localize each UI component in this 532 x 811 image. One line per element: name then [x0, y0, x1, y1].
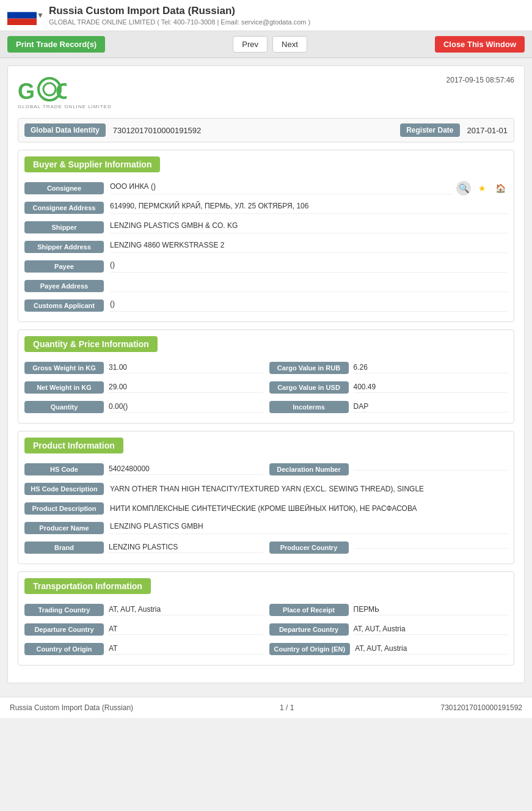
- shipper-label: Shipper: [24, 221, 104, 233]
- consignee-icons: 🔍 ★ 🏠: [456, 181, 508, 196]
- departure-country-en-value: AT, AUT, Austria: [354, 625, 508, 635]
- product-desc-value: НИТИ КОМПЛЕКСНЫЕ СИНТЕТИЧЕСКИЕ (КРОМЕ ШВ…: [110, 504, 508, 513]
- print-button[interactable]: Print Trade Record(s): [7, 36, 105, 53]
- transportation-section: Transportation Information Trading Count…: [18, 571, 514, 666]
- producer-name-row: Producer Name LENZING PLASTICS GMBH: [18, 518, 514, 538]
- declaration-number-label: Declaration Number: [269, 463, 349, 475]
- consignee-address-row: Consignee Address 614990, ПЕРМСКИЙ КРАЙ,…: [18, 198, 514, 218]
- quantity-label: Quantity: [24, 401, 104, 413]
- product-desc-row: Product Description НИТИ КОМПЛЕКСНЫЕ СИН…: [18, 499, 514, 518]
- country-of-origin-en-label: Country of Origin (EN): [269, 643, 351, 655]
- identity-row: Global Data Identity 7301201701000019159…: [18, 118, 514, 142]
- gross-weight-label: Gross Weight in KG: [24, 362, 104, 374]
- buyer-supplier-title: Buyer & Supplier Information: [24, 156, 160, 172]
- customs-applicant-label: Customs Applicant: [24, 299, 104, 312]
- gto-logo: G O GLOBAL TRADE ONLINE LIMITED: [18, 76, 112, 109]
- consignee-label: Consignee: [24, 182, 104, 194]
- next-button[interactable]: Next: [272, 36, 307, 53]
- shipper-address-row: Shipper Address LENZING 4860 WERKSTRASSE…: [18, 237, 514, 257]
- shipper-address-label: Shipper Address: [24, 241, 104, 253]
- page-footer: Russia Custom Import Data (Russian) 1 / …: [0, 697, 532, 718]
- consignee-address-value: 614990, ПЕРМСКИЙ КРАЙ, ПЕРМЬ, УЛ. 25 ОКТ…: [110, 202, 508, 214]
- brand-label: Brand: [24, 541, 104, 554]
- departure-country-en-label: Departure Country: [269, 623, 349, 636]
- svg-text:G: G: [18, 79, 35, 104]
- trading-country-label: Trading Country: [24, 604, 104, 616]
- country-of-origin-row: Country of Origin AT Country of Origin (…: [18, 639, 514, 659]
- quantity-price-title: Quantity & Price Information: [24, 336, 158, 352]
- logo-svg: G O: [18, 76, 67, 106]
- record-card: G O GLOBAL TRADE ONLINE LIMITED 2017-09-…: [7, 65, 525, 683]
- country-of-origin-value: AT: [109, 644, 263, 655]
- prev-button[interactable]: Prev: [233, 36, 268, 53]
- customs-applicant-value: (): [110, 299, 508, 312]
- payee-address-label: Payee Address: [24, 280, 104, 292]
- product-desc-label: Product Description: [24, 502, 104, 515]
- search-icon[interactable]: 🔍: [456, 181, 471, 196]
- shipper-value: LENZING PLASTICS GMBH & CO. KG: [110, 221, 508, 233]
- footer-left: Russia Custom Import Data (Russian): [10, 703, 133, 712]
- svg-rect-2: [7, 18, 37, 25]
- place-of-receipt-value: ПЕРМЬ: [354, 605, 508, 615]
- cargo-value-rub-label: Cargo Value in RUB: [269, 362, 349, 374]
- country-of-origin-label: Country of Origin: [24, 643, 104, 655]
- company-subtitle: GLOBAL TRADE ONLINE LIMITED ( Tel: 400-7…: [49, 18, 310, 26]
- hs-code-desc-label: HS Code Description: [24, 483, 104, 495]
- payee-address-row: Payee Address: [18, 276, 514, 296]
- customs-applicant-row: Customs Applicant (): [18, 296, 514, 315]
- svg-text:O: O: [56, 79, 67, 104]
- cargo-value-usd-label: Cargo Value in USD: [269, 381, 349, 394]
- trading-country-value: AT, AUT, Austria: [109, 605, 263, 615]
- producer-country-label: Producer Country: [269, 541, 349, 554]
- transportation-title: Transportation Information: [24, 578, 151, 594]
- app-header: ▼ Russia Custom Import Data (Russian) GL…: [0, 0, 532, 31]
- incoterms-value: DAP: [354, 402, 508, 413]
- product-info-title: Product Information: [24, 438, 123, 453]
- record-timestamp: 2017-09-15 08:57:46: [446, 76, 514, 84]
- quantity-value: 0.00(): [109, 402, 263, 413]
- brand-value: LENZING PLASTICS: [109, 543, 263, 553]
- trading-country-row: Trading Country AT, AUT, Austria Place o…: [18, 600, 514, 620]
- record-header: G O GLOBAL TRADE ONLINE LIMITED 2017-09-…: [18, 76, 514, 109]
- cargo-value-rub-value: 6.26: [354, 363, 508, 373]
- footer-right: 73012017010000191592: [441, 703, 522, 712]
- payee-address-value: [110, 280, 508, 292]
- country-flag: [7, 6, 37, 25]
- toolbar: Print Trade Record(s) Prev Next Close Th…: [0, 31, 532, 58]
- global-data-identity-label: Global Data Identity: [24, 123, 106, 137]
- footer-center: 1 / 1: [280, 703, 294, 712]
- net-weight-value: 29.00: [109, 383, 263, 393]
- consignee-address-label: Consignee Address: [24, 202, 104, 214]
- place-of-receipt-label: Place of Receipt: [269, 604, 349, 616]
- brand-row: Brand LENZING PLASTICS Producer Country: [18, 538, 514, 557]
- incoterms-label: Incoterms: [269, 401, 349, 413]
- svg-point-5: [43, 83, 56, 95]
- producer-name-value: LENZING PLASTICS GMBH: [110, 522, 508, 534]
- dropdown-button[interactable]: ▼: [37, 11, 44, 20]
- logo-subtitle: GLOBAL TRADE ONLINE LIMITED: [18, 104, 112, 109]
- departure-country-value: AT: [109, 625, 263, 635]
- payee-value: (): [110, 260, 508, 273]
- register-date-value: 2017-01-01: [467, 126, 508, 135]
- star-icon[interactable]: ★: [475, 181, 489, 196]
- net-weight-label: Net Weight in KG: [24, 381, 104, 394]
- main-content: G O GLOBAL TRADE ONLINE LIMITED 2017-09-…: [0, 58, 532, 697]
- close-button[interactable]: Close This Window: [435, 36, 525, 53]
- producer-name-label: Producer Name: [24, 522, 104, 534]
- shipper-address-value: LENZING 4860 WERKSTRASSE 2: [110, 241, 508, 253]
- cargo-value-usd-value: 400.49: [354, 383, 508, 393]
- consignee-row: Consignee ООО ИНКА () 🔍 ★ 🏠: [18, 178, 514, 198]
- departure-country-row: Departure Country AT Departure Country A…: [18, 620, 514, 639]
- declaration-number-value: [354, 469, 508, 471]
- payee-label: Payee: [24, 260, 104, 273]
- home-icon[interactable]: 🏠: [493, 181, 508, 196]
- hs-code-desc-value: YARN OTHER THAN HIGH TENACITY/TEXTURED Y…: [110, 485, 508, 493]
- country-of-origin-en-value: AT, AUT, Austria: [355, 644, 508, 655]
- svg-rect-1: [7, 12, 37, 19]
- gross-weight-row: Gross Weight in KG 31.00 Cargo Value in …: [18, 358, 514, 378]
- register-date-label: Register Date: [400, 123, 459, 137]
- hs-code-desc-row: HS Code Description YARN OTHER THAN HIGH…: [18, 479, 514, 499]
- departure-country-label: Departure Country: [24, 623, 104, 636]
- gross-weight-value: 31.00: [109, 363, 263, 373]
- svg-rect-0: [7, 6, 37, 12]
